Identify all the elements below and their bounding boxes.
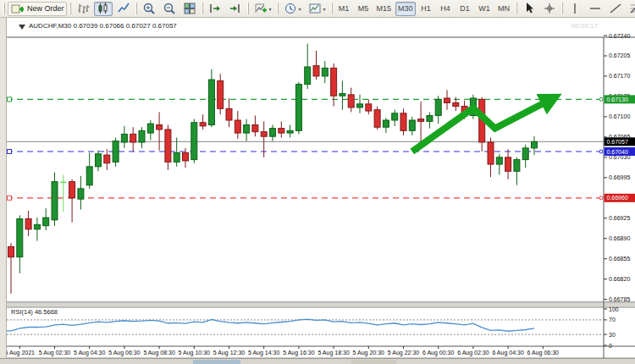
timeframe-m30-button[interactable]: M30	[395, 2, 416, 16]
candle-body	[78, 189, 84, 199]
time-tick-label[interactable]: 6 Aug 00:30	[422, 350, 454, 356]
timeframe-m15-button[interactable]: M15	[374, 2, 395, 16]
time-tick-label[interactable]: 5 Aug 06:30	[108, 350, 140, 356]
candle-body	[340, 94, 345, 97]
candle-body	[322, 68, 328, 76]
toolbar-group-zoom	[139, 0, 200, 17]
time-tick-label[interactable]: 5 Aug 12:30	[213, 350, 245, 356]
price-tick-label: 0.67100	[609, 113, 630, 119]
hline-anchor-square[interactable]	[8, 150, 12, 154]
candle-body	[218, 80, 224, 108]
toolbar-group-new-chart: ▾	[251, 0, 275, 17]
zoom-in-button[interactable]	[140, 2, 158, 16]
time-tick-label[interactable]: 5 Aug 2021	[7, 350, 35, 356]
price-badge-label: 0.67130	[607, 97, 628, 102]
hline-anchor-circle[interactable]	[599, 97, 603, 101]
hline-anchor-circle[interactable]	[599, 150, 603, 153]
timeframe-h1-label: H1	[421, 4, 431, 13]
horizontal-line-icon	[588, 2, 602, 15]
time-tick-label[interactable]: 5 Aug 20:30	[353, 350, 384, 356]
vertical-line-icon	[568, 2, 582, 15]
timeframe-h4-button[interactable]: H4	[437, 2, 455, 16]
zoom-out-button[interactable]	[160, 2, 179, 16]
chevron-down-icon: ▾	[323, 6, 326, 12]
toolbar-group-order: New Order	[7, 0, 68, 17]
chart-canvas[interactable]: 0.672400.672050.671700.671350.671000.670…	[7, 19, 635, 359]
time-tick-label[interactable]: 6 Aug 04:30	[492, 350, 523, 356]
candle-body	[366, 104, 372, 111]
time-tick-label[interactable]: 5 Aug 10:30	[179, 350, 210, 356]
timeframe-m1-button[interactable]: M1	[335, 2, 353, 16]
chart-shift-button[interactable]	[226, 2, 245, 16]
new-order-button[interactable]: New Order	[8, 2, 67, 16]
vertical-line-button[interactable]	[566, 2, 584, 16]
candle-body	[174, 152, 179, 162]
timeframe-w1-label: W1	[478, 4, 490, 13]
candle-body	[139, 130, 145, 142]
line-chart-icon	[117, 2, 130, 15]
timeframe-m15-label: M15	[377, 4, 392, 13]
line-chart-button[interactable]	[114, 2, 133, 16]
new-chart-icon	[254, 2, 268, 15]
candle-body	[514, 160, 520, 172]
candle-body	[113, 141, 119, 163]
timeframe-mn-button[interactable]: MN	[495, 2, 513, 16]
time-tick-label[interactable]: 5 Aug 16:30	[283, 350, 314, 356]
candle-body	[522, 148, 528, 160]
toolbar-separator	[247, 3, 249, 14]
new-order-icon	[10, 2, 24, 15]
rsi-tick-label: 30	[609, 332, 616, 338]
timeframe-m5-button[interactable]: M5	[355, 2, 373, 16]
candle-body	[235, 120, 240, 133]
profiles-button[interactable]: ▾	[281, 2, 304, 16]
window-bottom-edge	[0, 358, 635, 364]
hline-anchor-square[interactable]	[8, 97, 12, 102]
time-tick-label[interactable]: 5 Aug 18:30	[318, 350, 349, 356]
candle-body	[295, 85, 301, 131]
hline-anchor-square[interactable]	[8, 196, 12, 200]
candle-body	[453, 102, 459, 106]
time-tick-label[interactable]: 5 Aug 08:30	[143, 350, 174, 356]
new-chart-button[interactable]: ▾	[251, 2, 274, 16]
candle-body	[505, 157, 511, 171]
toolbar-group-timeframes: M1M5M15M30H1H4D1W1MN	[334, 0, 514, 17]
timeframe-d1-button[interactable]: D1	[456, 2, 474, 16]
time-tick-label[interactable]: 5 Aug 14:30	[248, 350, 279, 356]
time-tick-label[interactable]: 5 Aug 04:30	[74, 350, 105, 356]
candle-body	[383, 120, 389, 127]
tile-windows-button[interactable]	[180, 2, 199, 16]
horizontal-line-button[interactable]	[586, 2, 605, 16]
rsi-line	[7, 319, 534, 331]
time-tick-label[interactable]: 5 Aug 02:30	[39, 350, 70, 356]
candlestick-chart-button[interactable]	[94, 2, 113, 16]
candle-body	[200, 123, 206, 126]
fibonacci-retracement-button[interactable]	[627, 2, 635, 16]
auto-scroll-button[interactable]	[206, 2, 224, 16]
candle-body	[208, 80, 214, 124]
candle-body	[279, 129, 284, 133]
candle-body	[418, 119, 424, 122]
time-tick-label[interactable]: 6 Aug 06:30	[527, 350, 559, 356]
cursor-arrow-button[interactable]	[520, 2, 538, 16]
candle-body	[244, 124, 250, 133]
candle-body	[34, 224, 40, 229]
bar-chart-button[interactable]	[74, 2, 92, 16]
candle-body	[287, 130, 293, 133]
time-tick-label[interactable]: 6 Aug 02:30	[457, 350, 489, 356]
crosshair-button[interactable]	[540, 2, 559, 16]
pane-splitter[interactable]	[7, 303, 635, 307]
price-badge-label: 0.66960	[607, 195, 628, 201]
templates-button[interactable]: ▾	[306, 2, 329, 16]
timeframe-h1-button[interactable]: H1	[417, 2, 435, 16]
price-tick-label: 0.66785	[609, 296, 630, 302]
candle-body	[96, 154, 102, 167]
candle-body	[183, 152, 189, 161]
timeframe-w1-button[interactable]: W1	[476, 2, 494, 16]
hline-anchor-circle[interactable]	[599, 196, 603, 200]
candle-body	[331, 68, 337, 96]
crosshair-icon	[543, 2, 556, 15]
new-order-label: New Order	[27, 4, 64, 13]
trendline-button[interactable]	[606, 2, 625, 16]
time-tick-label[interactable]: 5 Aug 22:30	[388, 350, 419, 356]
candle-body	[252, 124, 258, 131]
